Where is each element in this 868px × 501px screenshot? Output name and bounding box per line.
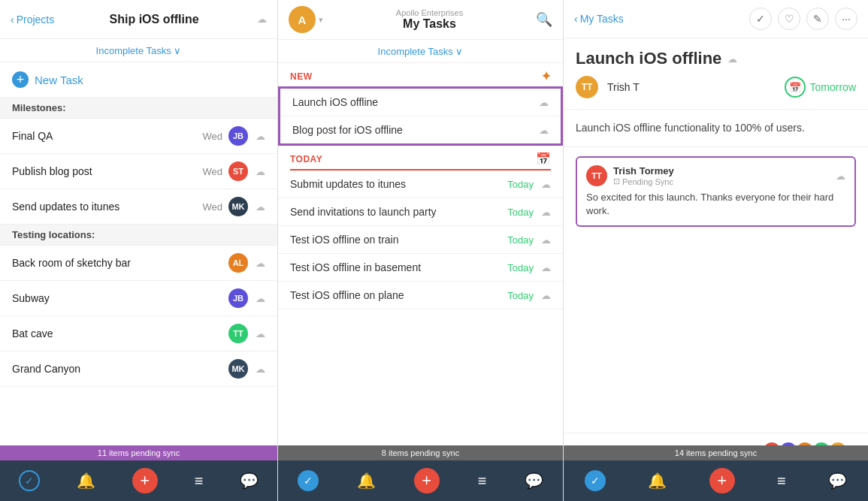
task-meta-row: TT Trish T 📅 Tomorrow	[564, 71, 868, 110]
table-row[interactable]: Test iOS offline on train Today ☁	[278, 226, 563, 254]
avatar: AL	[228, 253, 248, 273]
comment-text: So excited for this launch. Thanks every…	[586, 191, 845, 218]
avatar: ST	[228, 161, 248, 181]
tab-tasks[interactable]: ≡	[478, 472, 487, 490]
tab-messages[interactable]: 💬	[240, 472, 259, 490]
table-row[interactable]: Test iOS offline on plane Today ☁	[278, 282, 563, 309]
tab-notifications[interactable]: 🔔	[357, 472, 376, 490]
cloud-icon: ☁	[256, 166, 265, 177]
comment-sync-status: ⊡ Pending Sync	[613, 177, 674, 186]
assignee-name: Trish T	[607, 81, 640, 93]
tab-notifications[interactable]: 🔔	[77, 472, 95, 490]
comment-header: TT Trish Tormey ⊡ Pending Sync ☁	[586, 165, 845, 186]
tab-add-button[interactable]: +	[132, 468, 158, 493]
mid-filter-bar[interactable]: Incomplete Tasks ∨	[278, 40, 563, 63]
left-filter-bar[interactable]: Incomplete Tasks ∨	[0, 39, 277, 62]
table-row[interactable]: Submit updates to itunes Today ☁	[278, 171, 563, 198]
cloud-icon: ☁	[539, 97, 549, 108]
calendar-icon: 📅	[536, 152, 552, 166]
milestones-section-header: Milestones:	[0, 98, 277, 119]
avatar: MK	[228, 359, 248, 379]
cloud-icon: ☁	[541, 179, 551, 190]
table-row[interactable]: Test iOS offline in basement Today ☁	[278, 254, 563, 282]
new-section-icon: ✦	[541, 69, 552, 83]
left-top-bar: ‹ Projects Ship iOS offline ☁	[0, 0, 277, 39]
testing-locations-section-header: Testing locations:	[0, 225, 277, 246]
comment-author-avatar: TT	[586, 165, 607, 186]
comment-author-name: Trish Tormey	[613, 165, 674, 177]
cloud-sync-icon: ☁	[727, 53, 737, 65]
mid-header-titles: Apollo Enterprises My Tasks	[323, 8, 536, 31]
heart-button[interactable]: ♡	[778, 8, 800, 30]
new-section-header: NEW ✦	[278, 63, 563, 86]
more-options-button[interactable]: ···	[835, 8, 857, 30]
plus-icon: +	[12, 71, 29, 88]
left-filter-label[interactable]: Incomplete Tasks ∨	[96, 45, 182, 56]
cloud-icon: ☁	[541, 262, 551, 273]
task-actions: ✓ ♡ ✎ ···	[749, 8, 857, 30]
left-panel: ‹ Projects Ship iOS offline ☁ Incomplete…	[0, 0, 278, 501]
cloud-icon: ☁	[256, 328, 265, 340]
tab-tasks[interactable]: ≡	[195, 472, 204, 490]
table-row[interactable]: Launch iOS offline ☁	[280, 89, 561, 116]
tab-messages[interactable]: 💬	[525, 472, 543, 490]
tab-check[interactable]: ✓	[585, 470, 606, 491]
cloud-icon: ☁	[256, 364, 265, 375]
table-row[interactable]: Back room of sketchy bar AL ☁	[0, 246, 277, 281]
sync-status-bar: 8 items pending sync	[278, 445, 563, 460]
cloud-sync-icon: ☁	[257, 14, 267, 25]
complete-button[interactable]: ✓	[749, 8, 772, 30]
cloud-icon: ☁	[541, 290, 551, 301]
avatar: JB	[228, 288, 248, 308]
avatar: JB	[228, 126, 248, 146]
tab-notifications[interactable]: 🔔	[648, 472, 667, 490]
cloud-icon: ☁	[256, 293, 265, 304]
task-description: Launch iOS offline functionality to 100%…	[564, 110, 868, 147]
cloud-icon: ☁	[539, 125, 549, 136]
sync-status-bar: 14 items pending sync	[564, 445, 868, 460]
due-date-label: Tomorrow	[810, 81, 856, 93]
cloud-icon: ☁	[256, 131, 265, 142]
left-panel-title: Ship iOS offline	[54, 13, 254, 26]
sync-status-bar: 11 items pending sync	[0, 445, 277, 460]
back-to-my-tasks[interactable]: ‹ My Tasks	[574, 13, 624, 25]
right-tab-bar: ✓ 🔔 + ≡ 💬	[564, 460, 868, 501]
sync-icon: ⊡	[613, 177, 620, 186]
avatar: TT	[228, 324, 248, 343]
table-row[interactable]: Send invitations to launch party Today ☁	[278, 198, 563, 226]
assignee-avatar: TT	[576, 76, 598, 98]
tab-messages[interactable]: 💬	[828, 472, 847, 490]
tab-check[interactable]: ✓	[19, 470, 40, 491]
table-row[interactable]: Subway JB ☁	[0, 281, 277, 316]
right-top-bar: ‹ My Tasks ✓ ♡ ✎ ···	[564, 0, 868, 38]
back-to-projects[interactable]: ‹ Projects	[11, 14, 54, 26]
cloud-icon: ☁	[256, 258, 265, 269]
table-row[interactable]: Bat cave TT ☁	[0, 316, 277, 352]
comment-author-info: Trish Tormey ⊡ Pending Sync	[613, 165, 674, 186]
tab-add-button[interactable]: +	[414, 468, 440, 493]
left-tab-bar: ✓ 🔔 + ≡ 💬	[0, 460, 277, 501]
table-row[interactable]: Send updates to itunes Wed MK ☁	[0, 189, 277, 225]
new-task-button[interactable]: + New Task	[0, 62, 277, 98]
tab-check[interactable]: ✓	[298, 470, 319, 491]
table-row[interactable]: Publish blog post Wed ST ☁	[0, 154, 277, 189]
avatar: MK	[228, 197, 248, 216]
tab-add-button[interactable]: +	[709, 468, 735, 493]
table-row[interactable]: Grand Canyon MK ☁	[0, 352, 277, 387]
calendar-icon: 📅	[785, 77, 806, 98]
mid-panel: A ▾ Apollo Enterprises My Tasks 🔍 Incomp…	[278, 0, 564, 501]
due-date-section[interactable]: 📅 Tomorrow	[785, 77, 856, 98]
tab-tasks[interactable]: ≡	[777, 472, 786, 490]
search-icon[interactable]: 🔍	[536, 11, 552, 28]
cloud-icon: ☁	[541, 234, 551, 246]
comment-item: TT Trish Tormey ⊡ Pending Sync ☁ So exci…	[576, 156, 856, 227]
selected-tasks-group: Launch iOS offline ☁ Blog post for iOS o…	[278, 86, 563, 146]
mid-top-bar: A ▾ Apollo Enterprises My Tasks 🔍	[278, 0, 563, 40]
mid-filter-label[interactable]: Incomplete Tasks ∨	[378, 46, 464, 57]
chevron-left-icon: ‹	[574, 13, 578, 25]
table-row[interactable]: Final QA Wed JB ☁	[0, 119, 277, 154]
cloud-icon: ☁	[256, 201, 265, 213]
mid-tab-bar: ✓ 🔔 + ≡ 💬	[278, 460, 563, 501]
edit-button[interactable]: ✎	[806, 8, 829, 30]
table-row[interactable]: Blog post for iOS offline ☁	[280, 116, 561, 146]
